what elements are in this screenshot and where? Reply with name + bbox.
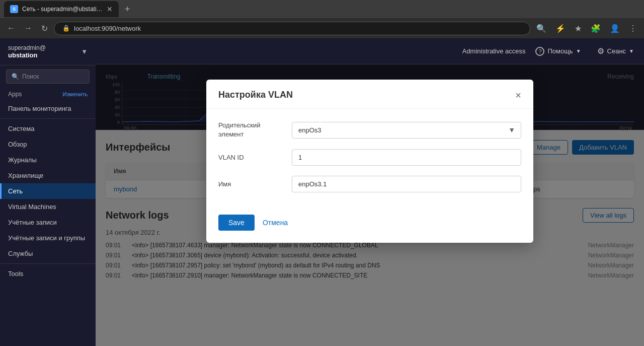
- help-chevron-icon: ▼: [576, 48, 581, 54]
- name-form-group: Имя: [218, 176, 521, 192]
- sidebar-apps-change-link[interactable]: Изменить: [62, 91, 88, 97]
- session-label: Сеанс: [607, 47, 626, 55]
- modal-footer: Save Отмена: [206, 215, 533, 243]
- sidebar-item-storage[interactable]: Хранилище: [0, 168, 96, 183]
- sidebar-divider-2: [0, 263, 96, 264]
- parent-select-wrapper: enpOs3 ▼: [292, 122, 521, 139]
- parent-label: Родительский элемент: [218, 121, 284, 139]
- help-label: Помощь: [547, 47, 573, 55]
- sidebar-toggle-icon[interactable]: ▼: [81, 48, 88, 55]
- monitoring-label: Панель мониторинга: [8, 105, 71, 112]
- tools-label: Tools: [8, 270, 23, 278]
- topbar: Administrative access ? Помощь ▼ ⚙ Сеанс…: [96, 38, 644, 64]
- system-label: Система: [8, 125, 34, 132]
- accounts-groups-label: Учётные записи и группы: [8, 234, 85, 242]
- tab-favicon: S: [10, 5, 18, 13]
- tab-label: Сеть - superadmin@ubstation: [22, 6, 103, 13]
- sidebar-header: superadmin@ ubstation ▼: [0, 38, 96, 65]
- extensions-icon[interactable]: 🧩: [588, 22, 604, 35]
- sidebar-item-monitoring[interactable]: Панель мониторинга: [0, 101, 96, 116]
- vlan-id-form-group: VLAN ID: [218, 149, 521, 166]
- vlan-id-input[interactable]: [292, 149, 521, 166]
- vlan-settings-modal: Настройка VLAN × Родительский элемент en…: [206, 80, 533, 243]
- parent-form-group: Родительский элемент enpOs3 ▼: [218, 121, 521, 139]
- session-menu[interactable]: ⚙ Сеанс ▼: [597, 46, 634, 56]
- storage-label: Хранилище: [8, 172, 43, 179]
- refresh-button[interactable]: ↻: [38, 22, 51, 35]
- vlan-id-label: VLAN ID: [218, 153, 284, 162]
- browser-tab[interactable]: S Сеть - superadmin@ubstation ✕: [4, 1, 119, 17]
- sidebar-item-accounts-groups[interactable]: Учётные записи и группы: [0, 230, 96, 246]
- sidebar-item-services[interactable]: Службы: [0, 246, 96, 261]
- parent-select[interactable]: enpOs3: [292, 122, 521, 139]
- search-placeholder: Поиск: [22, 73, 39, 80]
- help-menu[interactable]: ? Помощь ▼: [535, 47, 581, 56]
- modal-close-button[interactable]: ×: [515, 90, 521, 100]
- address-bar[interactable]: 🔒 localhost:9090/network: [54, 22, 530, 35]
- sidebar: superadmin@ ubstation ▼ 🔍 Поиск Apps Изм…: [0, 38, 96, 346]
- sidebar-apps-section: Apps Изменить: [0, 88, 96, 101]
- sidebar-item-accounts[interactable]: Учётные записи: [0, 215, 96, 230]
- logs-label: Журналы: [8, 156, 37, 164]
- admin-access-label: Administrative access: [462, 47, 526, 55]
- tab-close-icon[interactable]: ✕: [107, 5, 113, 13]
- network-label: Сеть: [8, 187, 23, 195]
- help-circle-icon: ?: [535, 47, 544, 56]
- modal-body: Родительский элемент enpOs3 ▼ VLAN ID: [206, 109, 533, 215]
- sidebar-search-area: 🔍 Поиск: [0, 65, 96, 88]
- sidebar-search-input[interactable]: 🔍 Поиск: [6, 70, 90, 84]
- sidebar-apps-label: Apps: [8, 91, 22, 98]
- sidebar-item-network[interactable]: Сеть: [0, 183, 96, 199]
- modal-header: Настройка VLAN ×: [206, 80, 533, 109]
- save-button[interactable]: Save: [218, 215, 255, 231]
- sidebar-item-overview[interactable]: Обзор: [0, 136, 96, 152]
- new-tab-button[interactable]: +: [121, 2, 134, 17]
- address-text: localhost:9090/network: [74, 25, 141, 32]
- name-label: Имя: [218, 180, 284, 189]
- services-label: Службы: [8, 250, 33, 257]
- sidebar-item-logs[interactable]: Журналы: [0, 152, 96, 168]
- search-icon: 🔍: [12, 73, 19, 80]
- sidebar-user-line1: superadmin@: [8, 44, 46, 51]
- cast-icon[interactable]: ⚡: [552, 22, 569, 35]
- menu-icon[interactable]: ⋮: [626, 22, 640, 35]
- bookmark-icon[interactable]: ★: [572, 22, 585, 35]
- profile-icon[interactable]: 👤: [607, 22, 623, 35]
- name-input[interactable]: [292, 176, 521, 192]
- sidebar-divider-1: [0, 118, 96, 119]
- forward-button[interactable]: →: [21, 22, 35, 35]
- gear-icon: ⚙: [597, 46, 604, 56]
- sidebar-item-system[interactable]: Система: [0, 121, 96, 136]
- cancel-button[interactable]: Отмена: [263, 219, 288, 227]
- back-button[interactable]: ←: [4, 22, 18, 35]
- search-browser-icon[interactable]: 🔍: [533, 22, 549, 35]
- accounts-label: Учётные записи: [8, 219, 57, 226]
- overview-label: Обзор: [8, 141, 27, 148]
- sidebar-item-tools[interactable]: Tools: [0, 266, 96, 282]
- sidebar-user-line2: ubstation: [8, 51, 46, 59]
- modal-title: Настройка VLAN: [218, 90, 293, 100]
- sidebar-item-vms[interactable]: Virtual Machines: [0, 199, 96, 215]
- session-chevron-icon: ▼: [629, 48, 634, 54]
- modal-overlay: Настройка VLAN × Родительский элемент en…: [96, 64, 644, 346]
- vms-label: Virtual Machines: [8, 203, 56, 211]
